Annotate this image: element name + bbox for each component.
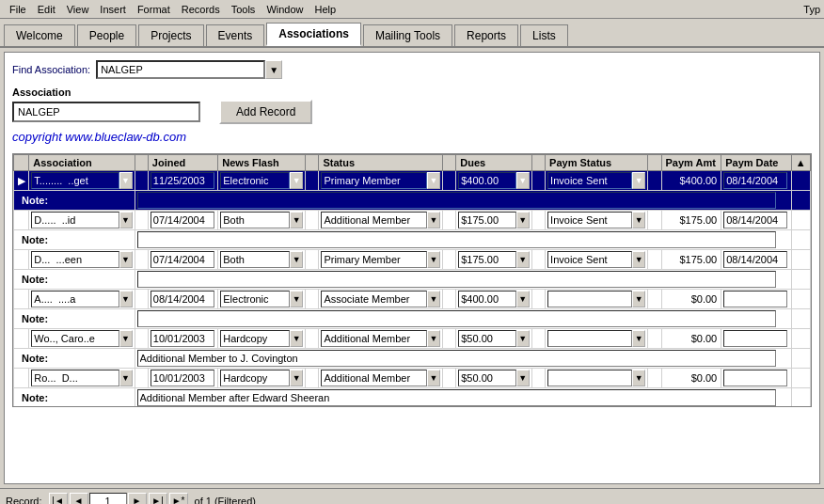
newsflash-dropdown-btn[interactable]: ▼ [290,251,303,268]
status-input[interactable] [321,212,427,228]
status-dropdown-btn[interactable]: ▼ [427,212,440,228]
record-number-input[interactable] [89,493,127,505]
menu-tools[interactable]: Tools [226,2,261,17]
status-input[interactable] [321,172,427,189]
joined-input[interactable] [151,370,214,386]
status-dropdown-btn[interactable]: ▼ [427,172,440,189]
name-input[interactable] [31,251,119,268]
status-input[interactable] [321,370,427,386]
find-association-dropdown-btn[interactable]: ▼ [265,60,282,79]
menu-insert[interactable]: Insert [94,2,132,17]
name-dropdown-btn[interactable]: ▼ [119,291,133,307]
paymstatus-input[interactable] [547,172,632,189]
menu-window[interactable]: Window [261,2,309,17]
paymstatus-input[interactable] [547,330,632,347]
menu-file[interactable]: File [4,2,32,17]
dues-input[interactable] [458,330,516,347]
newsflash-input[interactable] [220,212,290,228]
newsflash-dropdown-btn[interactable]: ▼ [290,330,303,347]
menu-view[interactable]: View [61,2,95,17]
paymdate-input[interactable] [723,172,787,189]
nav-last-button[interactable]: ►| [149,493,167,505]
nav-prev-button[interactable]: ◄ [70,493,88,505]
joined-input[interactable] [151,291,214,307]
paymstatus-dropdown-btn[interactable]: ▼ [632,370,645,386]
menu-edit[interactable]: Edit [32,2,61,17]
paymdate-input[interactable] [723,291,787,307]
menu-help[interactable]: Help [309,2,342,17]
find-association-input[interactable] [96,60,265,79]
nav-next-button[interactable]: ► [128,493,147,505]
newsflash-dropdown-btn[interactable]: ▼ [290,172,303,189]
status-dropdown-btn[interactable]: ▼ [427,251,440,268]
dues-input[interactable] [458,370,516,386]
status-dropdown-btn[interactable]: ▼ [427,330,440,347]
menu-records[interactable]: Records [176,2,226,17]
name-dropdown-btn[interactable]: ▼ [119,370,133,386]
paymstatus-dropdown-btn[interactable]: ▼ [632,212,645,228]
joined-input[interactable] [151,212,214,228]
status-input[interactable] [321,291,427,307]
name-input[interactable] [31,291,119,307]
note-input[interactable] [137,389,776,406]
note-input[interactable] [137,310,776,327]
paymstatus-dropdown-btn[interactable]: ▼ [632,330,645,347]
nav-new-button[interactable]: ►* [169,493,188,505]
name-input[interactable] [31,212,119,228]
name-dropdown-btn[interactable]: ▼ [119,330,133,347]
dues-dropdown-btn[interactable]: ▼ [516,330,530,347]
status-input[interactable] [321,330,427,347]
nav-first-button[interactable]: |◄ [49,493,68,505]
menu-format[interactable]: Format [132,2,176,17]
dues-dropdown-btn[interactable]: ▼ [516,251,530,268]
tab-mailing-tools[interactable]: Mailing Tools [363,24,452,46]
paymdate-input[interactable] [723,370,787,386]
dues-input[interactable] [458,251,516,268]
dues-dropdown-btn[interactable]: ▼ [516,291,530,307]
add-record-button[interactable]: Add Record [219,100,312,124]
name-dropdown-btn[interactable]: ▼ [119,212,133,228]
tab-welcome[interactable]: Welcome [4,24,75,46]
status-input[interactable] [321,251,427,268]
tab-events[interactable]: Events [206,24,265,46]
paymdate-input[interactable] [723,212,787,228]
dues-dropdown-btn[interactable]: ▼ [516,172,530,189]
tab-associations[interactable]: Associations [266,23,361,46]
newsflash-dropdown-btn[interactable]: ▼ [290,370,303,386]
name-input[interactable] [31,172,119,189]
note-input[interactable] [137,231,776,248]
tab-reports[interactable]: Reports [454,24,518,46]
paymstatus-input[interactable] [547,212,632,228]
association-input[interactable] [12,102,200,122]
paymstatus-input[interactable] [547,370,632,386]
status-dropdown-btn[interactable]: ▼ [427,291,440,307]
paymstatus-input[interactable] [547,291,632,307]
joined-input[interactable] [151,172,214,189]
paymdate-input[interactable] [723,330,787,347]
newsflash-input[interactable] [220,291,290,307]
paymstatus-dropdown-btn[interactable]: ▼ [632,172,645,189]
paymstatus-dropdown-btn[interactable]: ▼ [632,251,645,268]
newsflash-dropdown-btn[interactable]: ▼ [290,212,303,228]
newsflash-input[interactable] [220,370,290,386]
newsflash-input[interactable] [220,251,290,268]
paymstatus-dropdown-btn[interactable]: ▼ [632,291,645,307]
tab-projects[interactable]: Projects [138,24,203,46]
tab-people[interactable]: People [77,24,136,46]
name-dropdown-btn[interactable]: ▼ [119,172,133,189]
note-input[interactable] [137,350,776,367]
note-input[interactable] [137,271,776,288]
name-dropdown-btn[interactable]: ▼ [119,251,133,268]
data-table-wrapper[interactable]: Association Joined News Flash Status Due… [12,153,812,407]
name-input[interactable] [31,330,119,347]
joined-input[interactable] [151,251,214,268]
dues-dropdown-btn[interactable]: ▼ [516,370,530,386]
note-input[interactable] [137,192,776,209]
paymdate-input[interactable] [723,251,787,268]
dues-input[interactable] [458,172,516,189]
paymstatus-input[interactable] [547,251,632,268]
tab-lists[interactable]: Lists [520,24,568,46]
name-input[interactable] [31,370,119,386]
dues-input[interactable] [458,291,516,307]
status-dropdown-btn[interactable]: ▼ [427,370,440,386]
